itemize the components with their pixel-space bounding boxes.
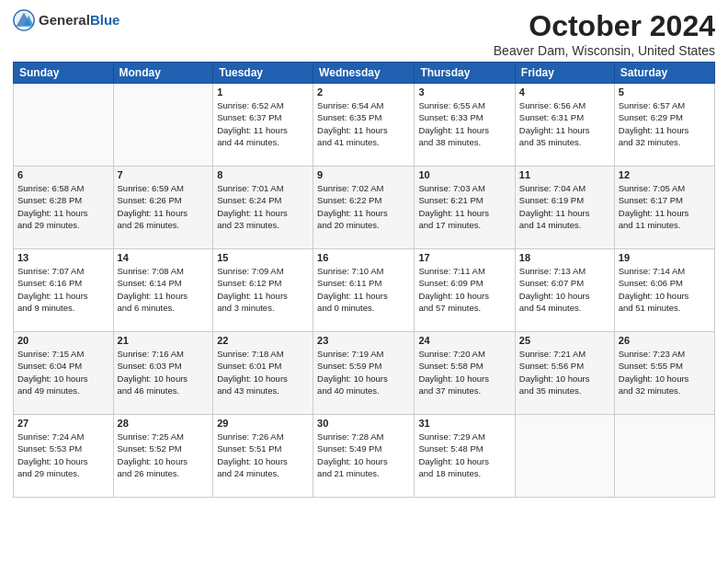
day-info: Sunrise: 7:09 AM Sunset: 6:12 PM Dayligh… (217, 265, 309, 314)
day-number: 17 (418, 252, 510, 263)
calendar-cell: 31Sunrise: 7:29 AM Sunset: 5:48 PM Dayli… (415, 415, 515, 498)
title-block: October 2024 Beaver Dam, Wisconsin, Unit… (494, 9, 715, 58)
day-number: 26 (619, 335, 711, 346)
calendar-cell: 15Sunrise: 7:09 AM Sunset: 6:12 PM Dayli… (213, 249, 313, 332)
calendar-cell: 23Sunrise: 7:19 AM Sunset: 5:59 PM Dayli… (313, 332, 415, 415)
day-info: Sunrise: 6:59 AM Sunset: 6:26 PM Dayligh… (118, 182, 210, 231)
day-number: 27 (17, 418, 109, 429)
col-wednesday: Wednesday (313, 63, 415, 84)
calendar-cell: 4Sunrise: 6:56 AM Sunset: 6:31 PM Daylig… (515, 84, 614, 167)
day-number: 20 (17, 335, 109, 346)
calendar-cell: 10Sunrise: 7:03 AM Sunset: 6:21 PM Dayli… (415, 167, 515, 249)
calendar-cell: 22Sunrise: 7:18 AM Sunset: 6:01 PM Dayli… (213, 332, 313, 415)
day-info: Sunrise: 7:28 AM Sunset: 5:49 PM Dayligh… (317, 431, 410, 479)
day-info: Sunrise: 6:56 AM Sunset: 6:31 PM Dayligh… (519, 99, 610, 148)
col-saturday: Saturday (614, 63, 714, 84)
day-number: 3 (418, 86, 510, 98)
day-info: Sunrise: 7:20 AM Sunset: 5:58 PM Dayligh… (418, 348, 510, 396)
day-info: Sunrise: 7:07 AM Sunset: 6:16 PM Dayligh… (17, 265, 109, 314)
calendar-cell: 14Sunrise: 7:08 AM Sunset: 6:14 PM Dayli… (113, 249, 213, 332)
day-number: 7 (118, 169, 210, 180)
day-number: 13 (17, 252, 109, 263)
calendar-container: GeneralBlue October 2024 Beaver Dam, Wis… (0, 0, 728, 503)
calendar-cell: 29Sunrise: 7:26 AM Sunset: 5:51 PM Dayli… (213, 415, 313, 498)
calendar-cell (515, 415, 614, 498)
calendar-cell: 20Sunrise: 7:15 AM Sunset: 6:04 PM Dayli… (14, 332, 114, 415)
day-info: Sunrise: 7:23 AM Sunset: 5:55 PM Dayligh… (619, 348, 711, 396)
day-info: Sunrise: 7:10 AM Sunset: 6:11 PM Dayligh… (317, 265, 410, 314)
calendar-week-5: 27Sunrise: 7:24 AM Sunset: 5:53 PM Dayli… (14, 415, 715, 498)
calendar-cell (614, 415, 714, 498)
calendar-cell: 6Sunrise: 6:58 AM Sunset: 6:28 PM Daylig… (14, 167, 114, 249)
col-tuesday: Tuesday (213, 63, 313, 84)
day-info: Sunrise: 6:52 AM Sunset: 6:37 PM Dayligh… (217, 99, 309, 148)
day-info: Sunrise: 7:18 AM Sunset: 6:01 PM Dayligh… (217, 348, 309, 396)
days-of-week-row: Sunday Monday Tuesday Wednesday Thursday… (14, 63, 715, 84)
day-info: Sunrise: 6:54 AM Sunset: 6:35 PM Dayligh… (317, 99, 410, 148)
calendar-cell: 8Sunrise: 7:01 AM Sunset: 6:24 PM Daylig… (213, 167, 313, 249)
day-info: Sunrise: 7:24 AM Sunset: 5:53 PM Dayligh… (17, 431, 109, 479)
calendar-week-1: 1Sunrise: 6:52 AM Sunset: 6:37 PM Daylig… (14, 84, 715, 167)
day-info: Sunrise: 7:19 AM Sunset: 5:59 PM Dayligh… (317, 348, 410, 396)
logo-text: GeneralBlue (39, 12, 119, 29)
calendar-body: 1Sunrise: 6:52 AM Sunset: 6:37 PM Daylig… (14, 84, 715, 498)
calendar-cell: 9Sunrise: 7:02 AM Sunset: 6:22 PM Daylig… (313, 167, 415, 249)
calendar-cell: 5Sunrise: 6:57 AM Sunset: 6:29 PM Daylig… (614, 84, 714, 167)
header: GeneralBlue October 2024 Beaver Dam, Wis… (13, 9, 715, 58)
logo-icon (13, 9, 35, 31)
calendar-cell: 3Sunrise: 6:55 AM Sunset: 6:33 PM Daylig… (415, 84, 515, 167)
calendar-cell: 1Sunrise: 6:52 AM Sunset: 6:37 PM Daylig… (213, 84, 313, 167)
location: Beaver Dam, Wisconsin, United States (494, 43, 715, 58)
day-number: 4 (519, 86, 610, 98)
day-number: 6 (17, 169, 109, 180)
day-info: Sunrise: 7:01 AM Sunset: 6:24 PM Dayligh… (217, 182, 309, 231)
calendar-cell: 7Sunrise: 6:59 AM Sunset: 6:26 PM Daylig… (113, 167, 213, 249)
col-monday: Monday (113, 63, 213, 84)
calendar-header: Sunday Monday Tuesday Wednesday Thursday… (14, 63, 715, 84)
day-number: 24 (418, 335, 510, 346)
day-number: 9 (317, 169, 410, 180)
calendar-cell: 17Sunrise: 7:11 AM Sunset: 6:09 PM Dayli… (415, 249, 515, 332)
day-number: 12 (619, 169, 711, 180)
day-info: Sunrise: 6:57 AM Sunset: 6:29 PM Dayligh… (619, 99, 711, 148)
calendar-cell: 25Sunrise: 7:21 AM Sunset: 5:56 PM Dayli… (515, 332, 614, 415)
calendar-cell: 24Sunrise: 7:20 AM Sunset: 5:58 PM Dayli… (415, 332, 515, 415)
day-info: Sunrise: 7:05 AM Sunset: 6:17 PM Dayligh… (619, 182, 711, 231)
calendar-cell: 26Sunrise: 7:23 AM Sunset: 5:55 PM Dayli… (614, 332, 714, 415)
day-info: Sunrise: 7:02 AM Sunset: 6:22 PM Dayligh… (317, 182, 410, 231)
calendar-cell: 2Sunrise: 6:54 AM Sunset: 6:35 PM Daylig… (313, 84, 415, 167)
calendar-cell (113, 84, 213, 167)
day-number: 2 (317, 86, 410, 98)
day-number: 19 (619, 252, 711, 263)
calendar-cell: 18Sunrise: 7:13 AM Sunset: 6:07 PM Dayli… (515, 249, 614, 332)
day-number: 10 (418, 169, 510, 180)
col-friday: Friday (515, 63, 614, 84)
calendar-cell: 13Sunrise: 7:07 AM Sunset: 6:16 PM Dayli… (14, 249, 114, 332)
day-info: Sunrise: 7:13 AM Sunset: 6:07 PM Dayligh… (519, 265, 610, 314)
calendar-cell (14, 84, 114, 167)
day-number: 22 (217, 335, 309, 346)
calendar-cell: 30Sunrise: 7:28 AM Sunset: 5:49 PM Dayli… (313, 415, 415, 498)
day-number: 16 (317, 252, 410, 263)
day-number: 29 (217, 418, 309, 429)
day-info: Sunrise: 7:04 AM Sunset: 6:19 PM Dayligh… (519, 182, 610, 231)
day-info: Sunrise: 7:15 AM Sunset: 6:04 PM Dayligh… (17, 348, 109, 396)
day-number: 11 (519, 169, 610, 180)
day-info: Sunrise: 7:11 AM Sunset: 6:09 PM Dayligh… (418, 265, 510, 314)
calendar-week-4: 20Sunrise: 7:15 AM Sunset: 6:04 PM Dayli… (14, 332, 715, 415)
day-number: 5 (619, 86, 711, 98)
day-info: Sunrise: 7:26 AM Sunset: 5:51 PM Dayligh… (217, 431, 309, 479)
calendar-week-2: 6Sunrise: 6:58 AM Sunset: 6:28 PM Daylig… (14, 167, 715, 249)
col-thursday: Thursday (415, 63, 515, 84)
day-info: Sunrise: 7:16 AM Sunset: 6:03 PM Dayligh… (118, 348, 210, 396)
calendar-week-3: 13Sunrise: 7:07 AM Sunset: 6:16 PM Dayli… (14, 249, 715, 332)
day-info: Sunrise: 7:29 AM Sunset: 5:48 PM Dayligh… (418, 431, 510, 479)
day-info: Sunrise: 6:58 AM Sunset: 6:28 PM Dayligh… (17, 182, 109, 231)
logo-blue: Blue (90, 12, 120, 28)
day-info: Sunrise: 7:25 AM Sunset: 5:52 PM Dayligh… (118, 431, 210, 479)
day-number: 14 (118, 252, 210, 263)
day-info: Sunrise: 6:55 AM Sunset: 6:33 PM Dayligh… (418, 99, 510, 148)
day-info: Sunrise: 7:08 AM Sunset: 6:14 PM Dayligh… (118, 265, 210, 314)
day-number: 23 (317, 335, 410, 346)
day-number: 30 (317, 418, 410, 429)
